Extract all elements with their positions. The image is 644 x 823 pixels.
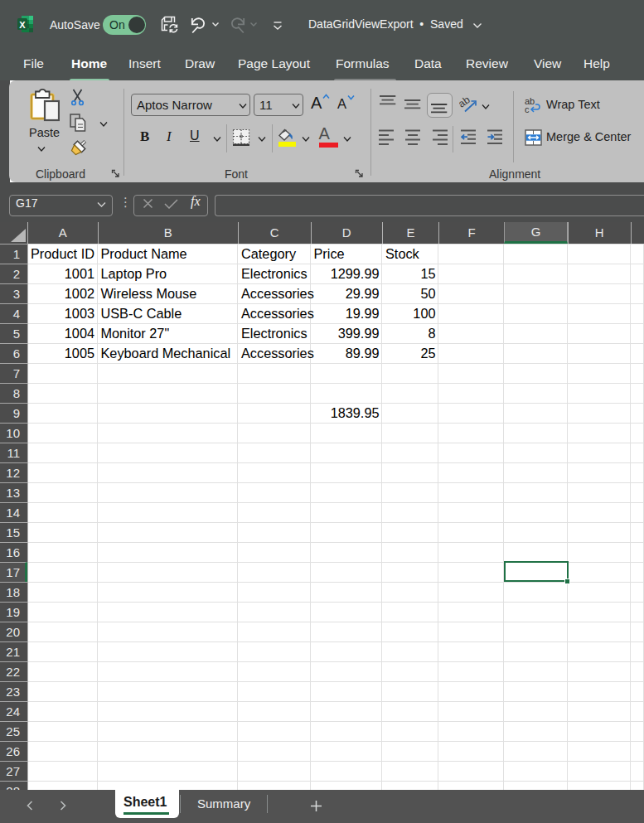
svg-text:X: X	[19, 20, 26, 30]
svg-text:c: c	[525, 104, 530, 114]
svg-text:ab: ab	[459, 95, 472, 110]
